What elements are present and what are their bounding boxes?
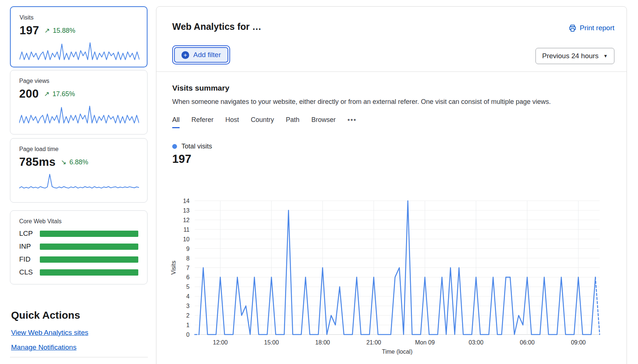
y-axis-tick-label: 2 (186, 312, 190, 319)
page-load-time-value: 785ms (19, 155, 56, 169)
page-views-metric-card[interactable]: Page views 200 ↗ 17.65% (10, 70, 148, 134)
add-filter-label: Add filter (193, 51, 221, 59)
chart-legend: Total visits (172, 143, 212, 150)
cwv-metric-label: FID (19, 255, 40, 263)
cwv-metric-label: INP (19, 242, 40, 251)
page-views-sparkline (19, 105, 139, 124)
x-axis-tick-label: 21:00 (366, 339, 381, 346)
card-label: Core Web Vitals (19, 218, 138, 225)
y-axis-tick-label: 6 (186, 274, 190, 280)
y-axis-tick-label: 3 (186, 303, 190, 309)
y-axis-tick-label: 8 (186, 255, 190, 262)
plus-circle-icon: + (181, 51, 189, 59)
page-views-delta: ↗ 17.65% (44, 90, 75, 98)
y-axis-tick-label: 13 (183, 207, 190, 214)
page-views-value: 200 (19, 87, 39, 101)
delta-percent: 17.65% (52, 90, 75, 98)
delta-percent: 15.88% (53, 27, 75, 35)
y-axis-tick-label: 5 (186, 284, 190, 290)
page-load-time-delta: ↘ 6.88% (61, 158, 88, 166)
y-axis-tick-label: 12 (183, 217, 190, 223)
tab-all[interactable]: All (172, 116, 180, 128)
x-axis-tick-label: 09:00 (571, 339, 586, 346)
y-axis-tick-label: 1 (186, 322, 190, 328)
visits-summary-title: Visits summary (172, 84, 229, 92)
cwv-row-lcp: LCP (19, 230, 138, 238)
core-web-vitals-card[interactable]: Core Web Vitals LCPINPFIDCLS (10, 210, 148, 284)
cwv-metric-label: LCP (19, 230, 40, 238)
page-load-time-sparkline (19, 173, 139, 192)
print-report-label: Print report (580, 24, 614, 32)
cwv-metric-label: CLS (19, 268, 40, 276)
time-range-dropdown[interactable]: Previous 24 hours ▼ (535, 48, 614, 64)
delta-percent: 6.88% (69, 158, 88, 166)
total-visits-value: 197 (172, 153, 191, 166)
quick-actions-title: Quick Actions (11, 309, 80, 321)
visits-value: 197 (20, 24, 39, 37)
print-report-link[interactable]: Print report (569, 24, 614, 32)
cwv-row-cls: CLS (19, 268, 138, 276)
sidebar-divider (10, 357, 148, 357)
cwv-bar-cls (40, 269, 138, 276)
legend-dot-icon (172, 144, 177, 149)
time-range-value: Previous 24 hours (542, 52, 599, 60)
tab-referer[interactable]: Referer (191, 116, 214, 128)
x-axis-tick-label: 06:00 (520, 339, 534, 346)
visits-line-chart: 0123456789101112131412:0015:0018:0021:00… (168, 196, 618, 360)
more-tabs-icon[interactable]: ••• (347, 116, 357, 128)
tab-browser[interactable]: Browser (311, 116, 336, 128)
x-axis-tick-label: 03:00 (469, 339, 483, 346)
x-axis-tick-label: 12:00 (213, 339, 228, 346)
y-axis-tick-label: 7 (186, 265, 190, 271)
trend-up-icon: ↗ (44, 27, 50, 35)
x-axis-title: Time (local) (382, 349, 413, 355)
trend-up-icon: ↗ (44, 90, 49, 98)
visits-metric-card[interactable]: Visits 197 ↗ 15.88% (10, 6, 148, 67)
y-axis-title: Visits (170, 261, 177, 275)
y-axis-tick-label: 9 (186, 246, 190, 252)
x-axis-tick-label: 18:00 (315, 339, 330, 346)
cwv-row-inp: INP (19, 242, 138, 251)
card-label: Page views (19, 78, 138, 84)
y-axis-tick-label: 0 (186, 332, 190, 338)
card-label: Page load time (19, 146, 138, 153)
core-web-vitals-rows: LCPINPFIDCLS (19, 230, 138, 276)
manage-notifications-link[interactable]: Manage Notifications (11, 343, 76, 351)
view-web-analytics-sites-link[interactable]: View Web Analytics sites (11, 329, 88, 337)
cwv-bar-inp (40, 244, 138, 250)
cwv-bar-fid (40, 256, 138, 263)
chevron-down-icon: ▼ (603, 53, 608, 59)
x-axis-tick-label: Mon 09 (415, 339, 434, 346)
cwv-bar-lcp (40, 231, 138, 237)
x-axis-tick-label: 15:00 (264, 339, 279, 346)
trend-down-icon: ↘ (61, 158, 66, 166)
printer-icon (569, 24, 576, 32)
tab-country[interactable]: Country (251, 116, 274, 128)
y-axis-tick-label: 4 (186, 293, 190, 300)
visits-summary-description: When someone navigates to your website, … (172, 98, 551, 106)
add-filter-button[interactable]: + Add filter (172, 45, 230, 64)
page-load-time-metric-card[interactable]: Page load time 785ms ↘ 6.88% (10, 138, 148, 203)
y-axis-tick-label: 10 (183, 236, 190, 242)
tab-host[interactable]: Host (225, 116, 239, 128)
legend-label: Total visits (181, 143, 212, 150)
header-divider (156, 71, 627, 72)
visits-delta: ↗ 15.88% (44, 27, 75, 35)
chart-gridlines (195, 201, 600, 335)
card-label: Visits (20, 14, 138, 21)
y-axis-tick-label: 11 (183, 227, 190, 233)
analytics-panel: Web Analytics for … Print report + Add f… (156, 6, 627, 364)
visits-sparkline (20, 42, 139, 61)
y-axis-tick-label: 14 (183, 198, 190, 204)
dimension-tabs: AllRefererHostCountryPathBrowser••• (172, 116, 357, 128)
cwv-row-fid: FID (19, 255, 138, 263)
page-title: Web Analytics for … (172, 21, 261, 32)
tab-path[interactable]: Path (286, 116, 299, 128)
